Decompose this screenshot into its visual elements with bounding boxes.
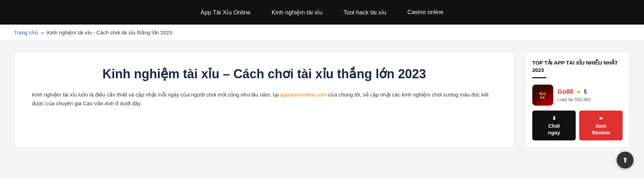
play-button[interactable]: ⬇ Chơingay [532,111,576,140]
article-description: Kinh nghiệm tài xỉu luôn là điều cần thi… [32,90,497,108]
nav-tool-hack[interactable]: Tool hack tài xỉu [344,9,386,16]
nav-kinh-nghiem[interactable]: Kinh nghiệm tài xỉu [272,9,323,16]
play-icon: ⬇ [552,115,556,122]
breadcrumb-separator: » [41,29,44,35]
review-button[interactable]: ➤ XemReview [579,111,623,140]
sidebar-title: TOP TẢI APP TÀI XỈU NHIỀU NHẤT 2023 [532,59,623,74]
nav-app-tai-xiu[interactable]: App Tài Xỉu Online [201,9,251,16]
main-layout: Kinh nghiệm tài xỉu – Cách chơi tài xỉu … [0,41,644,158]
navbar: App Tài Xỉu Online Kinh nghiệm tài xỉu T… [0,0,644,25]
play-label: Chơingay [548,122,560,136]
sidebar: TOP TẢI APP TÀI XỈU NHIỀU NHẤT 2023 Go 8… [525,52,630,148]
app-name: Go88 [558,88,573,95]
action-buttons: ⬇ Chơingay ➤ XemReview [532,111,623,140]
article-desc-part1: Kinh nghiệm tài xỉu luôn là điều cần thi… [32,92,279,98]
breadcrumb-home[interactable]: Trang chủ [14,29,38,35]
star-icon: ★ [576,88,581,95]
breadcrumb-current: Kinh nghiệm tài xỉu - Cách chơi tài xỉu … [47,29,172,35]
review-label: XemReview [592,122,610,136]
nav-casino-online[interactable]: Casino online [407,9,443,16]
breadcrumb: Trang chủ » Kinh nghiệm tài xỉu - Cách c… [0,25,644,41]
app-logo: Go 88 [532,85,553,106]
article-title: Kinh nghiệm tài xỉu – Cách chơi tài xỉu … [32,66,497,82]
article-card: Kinh nghiệm tài xỉu – Cách chơi tài xỉu … [14,52,514,148]
sidebar-card: TOP TẢI APP TÀI XỈU NHIỀU NHẤT 2023 Go 8… [525,52,630,148]
app-logo-sub: 88 [540,96,545,99]
review-icon: ➤ [599,115,603,122]
scroll-top-icon: ⬆ [622,156,628,164]
app-logo-text: Go [539,91,546,96]
scroll-top-button[interactable]: ⬆ [617,152,633,168]
app-name-row: Go88 ★ 5 [558,88,623,95]
article-desc-highlight[interactable]: apptaixiuonline.com [280,92,327,98]
app-info: Go88 ★ 5 Lượt tải 555,981 [558,88,623,102]
app-downloads: Lượt tải 555,981 [558,97,623,102]
app-rating: 5 [584,89,587,95]
sidebar-divider [532,77,546,78]
app-item-go88: Go 88 Go88 ★ 5 Lượt tải 555,981 [532,85,623,106]
